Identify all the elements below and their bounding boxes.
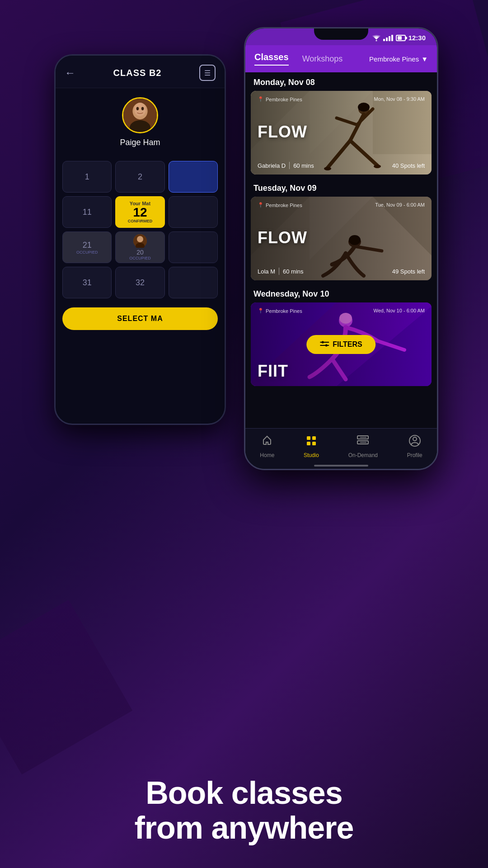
mat-cell-2[interactable]: 2 (115, 161, 164, 193)
svg-point-9 (375, 40, 377, 41)
spots-monday: 40 Spots left (392, 162, 425, 169)
studio-icon (305, 434, 318, 450)
class-card-fiit-wednesday[interactable]: 📍 Pembroke Pines Wed, Nov 10 - 6:00 AM F… (251, 302, 432, 386)
back-phone: ← CLASS B2 ☰ Pa (54, 54, 226, 425)
card-datetime-tuesday: Tue, Nov 09 - 6:00 AM (375, 202, 425, 208)
home-icon (261, 434, 273, 450)
nav-item-on-demand[interactable]: On-Demand (348, 434, 378, 458)
profile-icon (408, 434, 421, 450)
mat-cell-11[interactable]: 11 (62, 196, 112, 228)
status-icons: 12:30 (372, 34, 426, 42)
phones-container: ← CLASS B2 ☰ Pa (41, 27, 447, 524)
tab-workshops[interactable]: Workshops (302, 54, 343, 64)
filters-button[interactable]: FILTERS (306, 335, 375, 354)
mat-cell-blank-3[interactable] (169, 267, 218, 298)
day-label-tuesday: Tuesday, Nov 09 (245, 178, 437, 197)
tagline: Book classes from anywhere (0, 776, 488, 845)
signal-icon (383, 35, 393, 41)
mat-cell-32[interactable]: 32 (115, 267, 164, 298)
day-section-monday: Monday, Nov 08 (245, 72, 437, 175)
menu-button[interactable]: ☰ (199, 65, 216, 81)
card-datetime-monday: Mon, Nov 08 - 9:30 AM (374, 96, 425, 102)
location-selector[interactable]: Pembroke Pines ▼ (369, 55, 428, 63)
class-name-wednesday: FIIT (258, 362, 425, 381)
mat-number-1: 1 (85, 172, 89, 182)
front-phone: 12:30 Classes Workshops Pembroke Pines ▼… (244, 27, 438, 470)
bg-decoration-2 (0, 576, 156, 798)
tagline-line1: Book classes (0, 776, 488, 811)
mat-cell-20[interactable]: 20 OCCUPIED (115, 231, 164, 263)
mat-cell-blank-1[interactable] (169, 196, 218, 228)
instructor-tuesday: Lola M (258, 268, 275, 275)
location-text-wednesday: Pembroke Pines (266, 308, 302, 314)
class-name-tuesday: FLOW (258, 228, 425, 247)
card-datetime-wednesday: Wed, Nov 10 - 6:00 AM (373, 308, 425, 313)
nav-item-home[interactable]: Home (260, 434, 274, 458)
mat-number-21: 21 (83, 241, 92, 250)
nav-item-profile[interactable]: Profile (407, 434, 422, 458)
svg-point-4 (136, 107, 139, 110)
location-name: Pembroke Pines (369, 55, 419, 63)
studio-label: Studio (304, 452, 319, 458)
mat-cell-21[interactable]: 21 OCCUPIED (62, 231, 112, 263)
mat-number-31: 31 (83, 278, 92, 288)
class-name-monday: FLOW (258, 123, 425, 142)
card-top-tuesday: 📍 Pembroke Pines Tue, Nov 09 - 6:00 AM (258, 202, 425, 208)
mat-status-21: OCCUPIED (76, 250, 98, 255)
back-phone-header: ← CLASS B2 ☰ (56, 56, 225, 88)
location-chevron-icon: ▼ (421, 55, 428, 63)
mat-status-20: OCCUPIED (129, 256, 151, 260)
filters-icon (320, 341, 329, 348)
card-divider-tuesday (279, 268, 279, 275)
bottom-nav: Home Studio (245, 428, 437, 469)
card-divider-monday (289, 162, 290, 169)
card-content-tuesday: 📍 Pembroke Pines Tue, Nov 09 - 6:00 AM F… (251, 197, 432, 280)
user-avatar-section: Paige Ham (56, 88, 225, 156)
phone-notch (314, 28, 368, 40)
card-location-monday: 📍 Pembroke Pines (258, 96, 302, 102)
tab-classes[interactable]: Classes (254, 52, 289, 66)
battery-icon (396, 35, 406, 41)
day-section-wednesday: Wednesday, Nov 10 (245, 284, 437, 386)
class-card-flow-monday[interactable]: 📍 Pembroke Pines Mon, Nov 08 - 9:30 AM F… (251, 91, 432, 175)
svg-rect-41 (307, 442, 310, 445)
profile-label: Profile (407, 452, 422, 458)
location-pin-icon: 📍 (258, 96, 264, 102)
back-button[interactable]: ← (65, 66, 75, 79)
avatar-image (123, 99, 157, 132)
location-pin-icon-3: 📍 (258, 308, 264, 314)
duration-tuesday: 60 mins (283, 268, 304, 275)
card-location-wednesday: 📍 Pembroke Pines (258, 308, 302, 314)
content-area: Monday, Nov 08 (245, 72, 437, 454)
select-mat-label: SELECT MA (117, 315, 163, 323)
mat-cell-12-confirmed[interactable]: Your Mat 12 CONFIRMED (115, 196, 164, 228)
card-top-wednesday: 📍 Pembroke Pines Wed, Nov 10 - 6:00 AM (258, 308, 425, 314)
location-pin-icon-2: 📍 (258, 202, 264, 208)
nav-item-studio[interactable]: Studio (304, 434, 319, 458)
on-demand-icon (357, 434, 369, 450)
on-demand-label: On-Demand (348, 452, 378, 458)
home-label: Home (260, 452, 274, 458)
svg-point-35 (322, 341, 324, 343)
mat-confirmed-status: CONFIRMED (128, 219, 153, 223)
svg-point-37 (325, 344, 328, 346)
mat-number-2: 2 (138, 172, 142, 182)
mat-cell-1[interactable]: 1 (62, 161, 112, 193)
mat-cell-blank-2[interactable] (169, 231, 218, 263)
mat-number-20: 20 (136, 249, 144, 256)
svg-rect-39 (307, 436, 310, 440)
mat-number-11: 11 (83, 208, 92, 217)
select-mat-button[interactable]: SELECT MA (62, 307, 218, 330)
home-indicator (314, 465, 368, 467)
day-section-tuesday: Tuesday, Nov 09 (245, 178, 437, 280)
tabs-row: Classes Workshops Pembroke Pines ▼ (254, 52, 428, 66)
back-phone-title: CLASS B2 (113, 68, 162, 78)
mat-cell-3[interactable] (169, 161, 218, 193)
location-text-tuesday: Pembroke Pines (266, 203, 302, 208)
svg-point-3 (134, 103, 146, 116)
mat-cell-31[interactable]: 31 (62, 267, 112, 298)
class-card-flow-tuesday[interactable]: 📍 Pembroke Pines Tue, Nov 09 - 6:00 AM F… (251, 197, 432, 280)
mat-avatar-20 (133, 234, 147, 248)
instructor-monday: Gabriela D (258, 162, 286, 169)
tagline-line2: from anywhere (0, 811, 488, 845)
